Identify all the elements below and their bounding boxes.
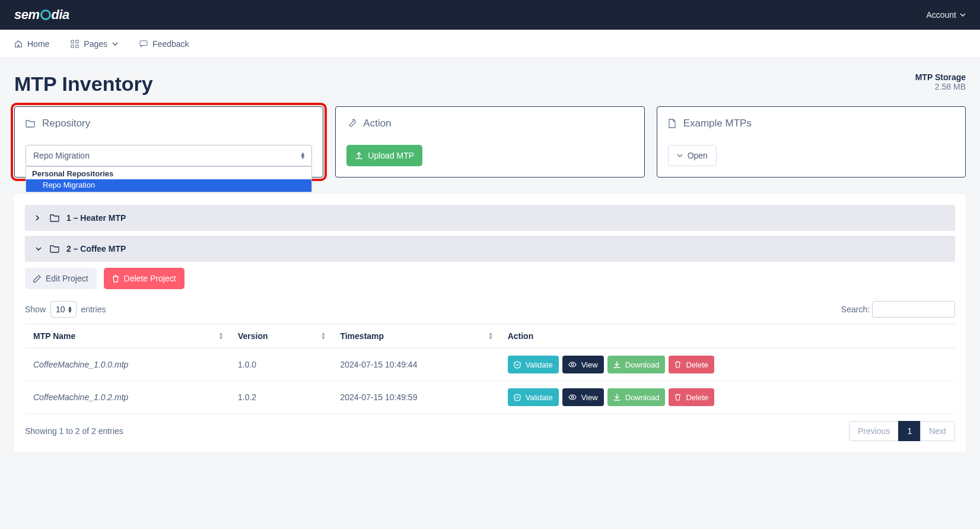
folder-icon [50,214,59,222]
pencil-icon [33,275,41,283]
nav-feedback-label: Feedback [152,39,189,49]
col-version-label: Version [238,331,268,341]
entries-value: 10 [56,305,65,314]
page-header: MTP Inventory MTP Storage 2.58 MB [14,72,966,96]
col-mtp-name[interactable]: MTP Name ▲▼ [25,324,230,349]
download-label: Download [625,393,660,402]
logo: sem dia [14,7,69,23]
project-row-heater-label: 1 – Heater MTP [66,213,126,223]
search-control: Search: [841,301,955,318]
table-row: CoffeeMachine_1.0.2.mtp 1.0.2 2024-07-15… [25,381,955,414]
svg-rect-2 [71,45,74,47]
nav-home-label: Home [27,39,49,49]
svg-rect-1 [76,40,78,42]
action-title: Action [363,118,391,129]
col-timestamp-label: Timestamp [340,331,384,341]
nav-feedback[interactable]: Feedback [139,39,189,49]
example-title: Example MTPs [683,118,752,129]
cell-version: 1.0.2 [230,381,332,414]
delete-button[interactable]: Delete [669,388,714,406]
repository-select[interactable]: Repo Migration ▲▼ [26,145,312,166]
action-card: Action Upload MTP [335,106,644,178]
cell-actions: Validate View Download [499,349,955,381]
select-caret-icon: ▲▼ [68,306,73,313]
svg-point-5 [571,363,574,366]
validate-button[interactable]: Validate [508,388,559,406]
search-label: Search: [841,305,870,314]
trash-icon [674,394,681,401]
validate-button[interactable]: Validate [508,356,559,373]
logo-text-post: dia [52,7,69,23]
view-label: View [581,360,598,369]
repository-title: Repository [42,118,90,129]
project-row-heater[interactable]: 1 – Heater MTP [25,205,955,231]
open-example-button[interactable]: Open [668,145,717,166]
delete-project-button[interactable]: Delete Project [104,268,184,289]
repository-select-value: Repo Migration [33,151,90,160]
trash-icon [674,361,681,368]
action-card-header: Action [346,118,633,129]
chevron-down-icon [36,247,43,251]
col-timestamp[interactable]: Timestamp ▲▼ [332,324,499,349]
entries-label: entries [81,305,106,314]
cell-timestamp: 2024-07-15 10:49:59 [332,381,499,414]
storage-info: MTP Storage 2.58 MB [915,72,966,91]
eye-icon [568,362,577,368]
download-button[interactable]: Download [607,356,666,373]
download-button[interactable]: Download [607,388,666,406]
grid-icon [71,40,79,48]
delete-button[interactable]: Delete [669,356,714,373]
nav-pages[interactable]: Pages [71,39,118,49]
select-caret-icon: ▲▼ [300,152,306,159]
table-footer: Showing 1 to 2 of 2 entries Previous 1 N… [25,421,955,441]
pager-prev[interactable]: Previous [849,421,899,441]
sort-icon: ▲▼ [218,332,224,340]
edit-project-button[interactable]: Edit Project [25,268,97,289]
download-icon [613,394,621,401]
pager-next[interactable]: Next [920,421,955,441]
table-row: CoffeeMachine_1.0.0.mtp 1.0.0 2024-07-15… [25,349,955,381]
open-example-label: Open [688,151,708,160]
pager-page-1[interactable]: 1 [898,421,921,441]
account-label: Account [926,10,956,20]
wrench-icon [346,119,356,128]
svg-rect-3 [76,45,78,47]
delete-label: Delete [686,360,708,369]
home-icon [14,40,23,48]
cell-version: 1.0.0 [230,349,332,381]
sort-icon: ▲▼ [488,332,494,340]
upload-mtp-label: Upload MTP [368,151,414,160]
validate-label: Validate [526,393,553,402]
chevron-right-icon [36,215,43,221]
search-input[interactable] [872,301,955,318]
view-button[interactable]: View [562,388,604,406]
col-action: Action [499,324,955,349]
project-row-coffee[interactable]: 2 – Coffee MTP [25,236,955,262]
nav-home[interactable]: Home [14,39,49,49]
svg-rect-4 [140,40,147,45]
pagination: Previous 1 Next [849,421,955,441]
show-label: Show [25,305,46,314]
project-actions: Edit Project Delete Project [25,268,955,289]
showing-text: Showing 1 to 2 of 2 entries [25,426,123,436]
project-row-coffee-label: 2 – Coffee MTP [66,244,126,254]
entries-select[interactable]: 10 ▲▼ [50,301,77,318]
upload-icon [355,151,363,160]
entries-control: Show 10 ▲▼ entries [25,301,106,318]
repository-select-wrap: Repo Migration ▲▼ Personal Repositories … [26,145,312,166]
cell-actions: Validate View Download [499,381,955,414]
col-version[interactable]: Version ▲▼ [230,324,332,349]
dropdown-item-repo-migration[interactable]: Repo Migration [26,179,311,192]
cell-name: CoffeeMachine_1.0.2.mtp [25,381,230,414]
storage-label: MTP Storage [915,72,966,82]
view-button[interactable]: View [562,356,604,373]
upload-mtp-button[interactable]: Upload MTP [346,145,422,166]
example-mtps-card: Example MTPs Open [657,106,966,178]
folder-icon [26,119,35,128]
repository-card: Repository Repo Migration ▲▼ Personal Re… [14,106,323,178]
account-menu[interactable]: Account [926,10,966,20]
top-navbar: sem dia Account [0,0,980,30]
trash-icon [112,275,119,283]
validate-label: Validate [526,360,553,369]
mtp-table: MTP Name ▲▼ Version ▲▼ Timestamp ▲▼ Acti… [25,324,955,414]
